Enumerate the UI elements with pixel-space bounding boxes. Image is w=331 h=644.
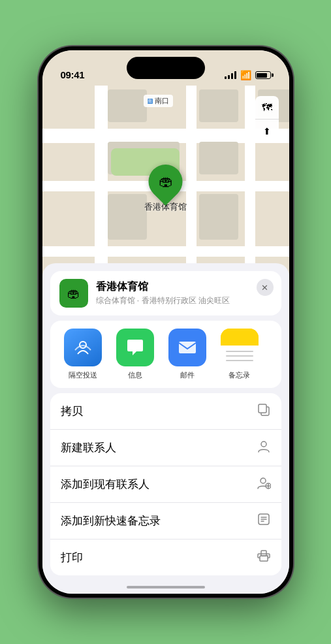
phone-frame: 09:41 📶 xyxy=(39,46,293,598)
wifi-icon: 📶 xyxy=(240,70,251,80)
map-controls: 🗺 ⬆ xyxy=(255,96,279,143)
signal-bars xyxy=(225,71,236,79)
share-row: 隔空投送 信息 xyxy=(50,321,281,388)
share-mail[interactable]: 邮件 xyxy=(164,329,211,380)
airdrop-icon xyxy=(64,329,102,366)
share-items: 隔空投送 信息 xyxy=(59,329,272,380)
share-message[interactable]: 信息 xyxy=(112,329,159,380)
venue-name: 香港体育馆 xyxy=(96,280,272,294)
add-note-label: 添加到新快速备忘录 xyxy=(61,513,161,528)
action-copy[interactable]: 拷贝 xyxy=(50,393,281,429)
venue-card: 🏟 香港体育馆 综合体育馆 · 香港特别行政区 油尖旺区 ✕ xyxy=(50,271,281,315)
venue-logo: 🏟 xyxy=(59,279,88,308)
notes-icon xyxy=(221,329,259,366)
print-icon xyxy=(257,549,271,566)
venue-info: 香港体育馆 综合体育馆 · 香港特别行政区 油尖旺区 xyxy=(96,280,272,306)
print-label: 打印 xyxy=(61,550,83,565)
action-add-contact[interactable]: 添加到现有联系人 xyxy=(50,466,281,502)
phone-screen: 09:41 📶 xyxy=(42,50,289,594)
map-label-dot: 南 xyxy=(148,99,153,104)
action-list: 拷贝 新建联系人 xyxy=(50,393,281,575)
venue-desc: 综合体育馆 · 香港特别行政区 油尖旺区 xyxy=(96,295,272,306)
map-label-text: 南口 xyxy=(155,96,169,106)
map-label: 南 南口 xyxy=(144,95,173,107)
close-button[interactable]: ✕ xyxy=(257,279,274,296)
add-contact-icon xyxy=(257,475,271,493)
status-time: 09:41 xyxy=(61,69,85,80)
stadium-icon: 🏟 xyxy=(159,173,173,190)
status-icons: 📶 xyxy=(225,70,271,80)
svg-rect-1 xyxy=(179,342,196,353)
map-view-button[interactable]: 🗺 xyxy=(255,96,279,120)
battery-icon xyxy=(255,71,271,79)
action-print[interactable]: 打印 xyxy=(50,539,281,575)
home-indicator xyxy=(127,586,205,588)
action-new-contact[interactable]: 新建联系人 xyxy=(50,429,281,466)
share-more[interactable]: 提 xyxy=(268,329,272,380)
mail-label: 邮件 xyxy=(180,370,195,380)
add-note-icon xyxy=(257,512,271,530)
copy-icon xyxy=(257,402,271,420)
new-contact-icon xyxy=(257,439,271,457)
notes-label: 备忘录 xyxy=(229,370,250,380)
message-label: 信息 xyxy=(128,370,142,380)
bottom-sheet: 🏟 香港体育馆 综合体育馆 · 香港特别行政区 油尖旺区 ✕ xyxy=(42,263,289,594)
action-add-note[interactable]: 添加到新快速备忘录 xyxy=(50,502,281,539)
airdrop-label: 隔空投送 xyxy=(69,370,97,380)
stadium-marker: 🏟 香港体育馆 xyxy=(144,165,187,213)
copy-label: 拷贝 xyxy=(61,404,83,419)
share-airdrop[interactable]: 隔空投送 xyxy=(59,329,106,380)
svg-rect-3 xyxy=(259,404,266,413)
svg-rect-13 xyxy=(260,556,268,561)
svg-point-4 xyxy=(261,442,266,447)
stadium-pin: 🏟 xyxy=(142,157,190,206)
svg-point-5 xyxy=(260,478,266,483)
svg-point-15 xyxy=(267,555,268,556)
svg-rect-14 xyxy=(261,551,266,556)
dynamic-island xyxy=(127,57,205,79)
share-notes[interactable]: 备忘录 xyxy=(216,329,263,380)
add-contact-label: 添加到现有联系人 xyxy=(61,477,150,492)
mail-icon xyxy=(168,329,206,366)
location-button[interactable]: ⬆ xyxy=(255,120,279,143)
message-icon xyxy=(116,329,154,366)
new-contact-label: 新建联系人 xyxy=(61,440,116,455)
